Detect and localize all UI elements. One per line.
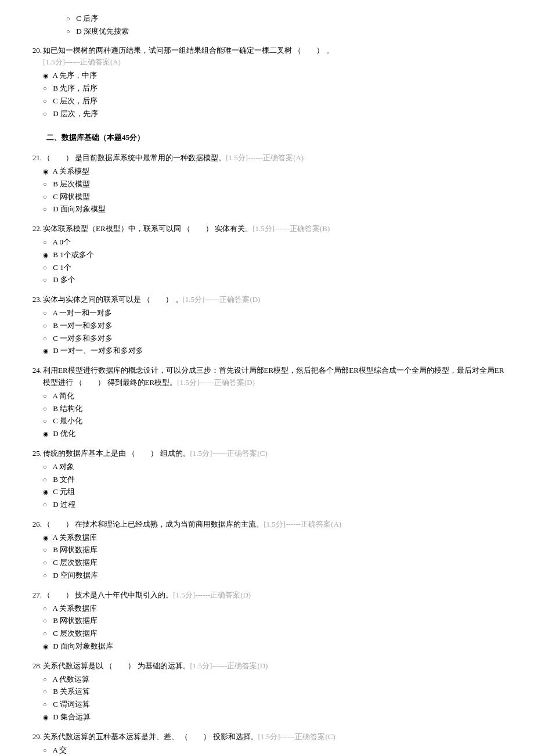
option-row[interactable]: ○ B 文件 bbox=[43, 474, 511, 486]
option-row[interactable]: ○ A 对象 bbox=[43, 461, 511, 473]
option-row[interactable]: ○ D 深度优先搜索 bbox=[66, 26, 511, 38]
radio-icon[interactable]: ○ bbox=[43, 616, 51, 627]
radio-icon[interactable]: ○ bbox=[43, 321, 51, 332]
radio-icon[interactable]: ○ bbox=[43, 237, 51, 248]
radio-icon[interactable]: ○ bbox=[43, 545, 51, 556]
option-row[interactable]: ○ B 网状数据库 bbox=[43, 615, 511, 627]
option-label: A bbox=[51, 462, 57, 471]
option-row[interactable]: ○ C 最小化 bbox=[43, 415, 511, 427]
option-row[interactable]: ○ C 层次，后序 bbox=[43, 95, 511, 107]
question-text-line: （ ） 是目前数据库系统中最常用的一种数据模型。[1.5分]------正确答案… bbox=[43, 152, 511, 164]
radio-icon[interactable]: ○ bbox=[43, 746, 51, 756]
radio-icon[interactable]: ○ bbox=[43, 391, 51, 402]
option-label: B bbox=[51, 545, 58, 554]
option-row[interactable]: ○ A 0个 bbox=[43, 236, 511, 249]
option-row[interactable]: ○ C 1个 bbox=[43, 262, 511, 274]
option-text: 0个 bbox=[57, 237, 71, 246]
option-row[interactable]: ○ B 层次模型 bbox=[43, 178, 511, 190]
option-row[interactable]: ○ C 后序 bbox=[66, 13, 511, 25]
option-row[interactable]: ◉ B 1个或多个 bbox=[43, 249, 511, 261]
radio-icon[interactable]: ○ bbox=[66, 14, 74, 24]
radio-icon[interactable]: ○ bbox=[43, 604, 51, 614]
question-number: 24. bbox=[23, 365, 43, 441]
radio-icon[interactable]: ○ bbox=[43, 416, 51, 427]
option-text: 空间数据库 bbox=[59, 571, 98, 579]
radio-icon[interactable]: ○ bbox=[43, 571, 51, 581]
option-row[interactable]: ○ C 层次数据库 bbox=[43, 628, 511, 640]
radio-icon[interactable]: ○ bbox=[43, 404, 51, 415]
radio-icon[interactable]: ○ bbox=[43, 334, 51, 344]
option-row[interactable]: ○ D 多个 bbox=[43, 274, 511, 286]
option-label: B bbox=[51, 404, 58, 413]
option-row[interactable]: ○ A 一对一和一对多 bbox=[43, 307, 511, 319]
radio-icon[interactable]: ○ bbox=[66, 27, 74, 37]
radio-icon[interactable]: ○ bbox=[43, 96, 51, 107]
option-row[interactable]: ○ C 网状模型 bbox=[43, 191, 511, 203]
option-row[interactable]: ◉ A 关系模型 bbox=[43, 165, 511, 178]
question-text-line: 关系代数运算是以 （ ） 为基础的运算。[1.5分]------正确答案(D) bbox=[43, 660, 511, 672]
radio-icon[interactable]: ○ bbox=[43, 263, 51, 273]
option-row[interactable]: ○ A 代数运算 bbox=[43, 674, 511, 686]
radio-icon[interactable]: ◉ bbox=[43, 167, 51, 177]
radio-icon[interactable]: ◉ bbox=[43, 487, 51, 498]
option-text: 交 bbox=[57, 746, 67, 754]
radio-icon[interactable]: ◉ bbox=[43, 642, 51, 652]
radio-icon[interactable]: ◉ bbox=[43, 712, 51, 723]
radio-icon[interactable]: ○ bbox=[43, 308, 51, 319]
option-row[interactable]: ○ C 谓词运算 bbox=[43, 699, 511, 711]
option-row[interactable]: ◉ D 集合运算 bbox=[43, 711, 511, 723]
radio-icon[interactable]: ○ bbox=[43, 500, 51, 510]
option-row[interactable]: ◉ D 优化 bbox=[43, 428, 511, 440]
question-meta: [1.5分]------正确答案(D) bbox=[183, 295, 261, 304]
option-label: A bbox=[51, 71, 57, 80]
option-row[interactable]: ○ A 关系数据库 bbox=[43, 603, 511, 615]
option-row[interactable]: ○ B 先序，后序 bbox=[43, 82, 511, 95]
radio-icon[interactable]: ○ bbox=[43, 558, 51, 568]
radio-icon[interactable]: ○ bbox=[43, 462, 51, 473]
option-row[interactable]: ○ D 面向对象模型 bbox=[43, 203, 511, 215]
radio-icon[interactable]: ○ bbox=[43, 275, 51, 286]
option-row[interactable]: ○ B 网状数据库 bbox=[43, 544, 511, 556]
question-text: 如已知一棵树的两种遍历结果，试问那一组结果组合能唯一确定一棵二叉树 （ ） 。 bbox=[43, 46, 334, 55]
radio-icon[interactable]: ◉ bbox=[43, 533, 51, 543]
option-row[interactable]: ◉ D 面向对象数据库 bbox=[43, 640, 511, 653]
option-row[interactable]: ○ C 层次数据库 bbox=[43, 557, 511, 569]
option-text: 元组 bbox=[58, 487, 75, 496]
radio-icon[interactable]: ○ bbox=[43, 629, 51, 639]
option-row[interactable]: ○ D 空间数据库 bbox=[43, 570, 511, 582]
radio-icon[interactable]: ○ bbox=[43, 675, 51, 685]
radio-icon[interactable]: ○ bbox=[43, 84, 51, 94]
option-row[interactable]: ○ B 一对一和多对多 bbox=[43, 320, 511, 332]
radio-icon[interactable]: ◉ bbox=[43, 429, 51, 440]
radio-icon[interactable]: ○ bbox=[43, 204, 51, 215]
radio-icon[interactable]: ◉ bbox=[43, 346, 51, 357]
radio-icon[interactable]: ◉ bbox=[43, 71, 51, 81]
question-body: 如已知一棵树的两种遍历结果，试问那一组结果组合能唯一确定一棵二叉树 （ ） 。[… bbox=[43, 45, 511, 121]
radio-icon[interactable]: ○ bbox=[43, 109, 51, 120]
radio-icon[interactable]: ○ bbox=[43, 475, 51, 485]
radio-icon[interactable]: ○ bbox=[43, 700, 51, 710]
question-text: 实体与实体之间的联系可以是 （ ） 。 bbox=[43, 295, 183, 304]
option-label: D bbox=[51, 275, 59, 284]
option-row[interactable]: ○ A 简化 bbox=[43, 390, 511, 402]
radio-icon[interactable]: ○ bbox=[43, 192, 51, 203]
option-row[interactable]: ◉ A 关系数据库 bbox=[43, 532, 511, 544]
option-row[interactable]: ◉ C 元组 bbox=[43, 486, 511, 498]
option-row[interactable]: ○ C 一对多和多对多 bbox=[43, 333, 511, 345]
question: 28.关系代数运算是以 （ ） 为基础的运算。[1.5分]------正确答案(… bbox=[23, 660, 511, 724]
options: ○ A 简化○ B 结构化○ C 最小化◉ D 优化 bbox=[43, 390, 511, 440]
option-row[interactable]: ◉ A 先序，中序 bbox=[43, 70, 511, 82]
radio-icon[interactable]: ○ bbox=[43, 179, 51, 190]
option-label: B bbox=[51, 250, 58, 259]
option-label: D bbox=[51, 109, 59, 118]
radio-icon[interactable]: ◉ bbox=[43, 250, 51, 261]
option-row[interactable]: ○ B 结构化 bbox=[43, 403, 511, 415]
question: 21.（ ） 是目前数据库系统中最常用的一种数据模型。[1.5分]------正… bbox=[23, 152, 511, 216]
radio-icon[interactable]: ○ bbox=[43, 687, 51, 697]
option-row[interactable]: ○ D 层次，先序 bbox=[43, 108, 511, 120]
option-row[interactable]: ◉ D 一对一、一对多和多对多 bbox=[43, 345, 511, 357]
option-row[interactable]: ○ B 关系运算 bbox=[43, 686, 511, 698]
option-row[interactable]: ○ D 过程 bbox=[43, 499, 511, 511]
option-row[interactable]: ○ A 交 bbox=[43, 744, 511, 756]
option-text: 文件 bbox=[58, 475, 75, 484]
